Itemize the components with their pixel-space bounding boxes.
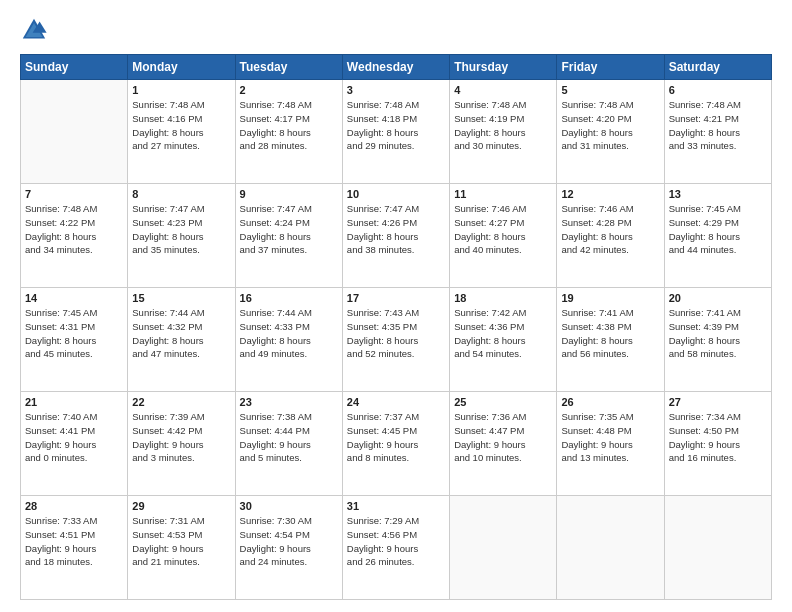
sunrise-text: Sunrise: 7:44 AM bbox=[240, 306, 338, 320]
calendar-cell: 14Sunrise: 7:45 AMSunset: 4:31 PMDayligh… bbox=[21, 288, 128, 392]
sunset-text: Sunset: 4:18 PM bbox=[347, 112, 445, 126]
daylight-text-line2: and 29 minutes. bbox=[347, 139, 445, 153]
daylight-text-line1: Daylight: 8 hours bbox=[25, 230, 123, 244]
sunset-text: Sunset: 4:54 PM bbox=[240, 528, 338, 542]
sunset-text: Sunset: 4:27 PM bbox=[454, 216, 552, 230]
calendar-day-header: Thursday bbox=[450, 55, 557, 80]
daylight-text-line1: Daylight: 8 hours bbox=[454, 230, 552, 244]
day-number: 25 bbox=[454, 396, 552, 408]
daylight-text-line1: Daylight: 9 hours bbox=[347, 542, 445, 556]
calendar-cell bbox=[557, 496, 664, 600]
sunrise-text: Sunrise: 7:47 AM bbox=[240, 202, 338, 216]
calendar-day-header: Friday bbox=[557, 55, 664, 80]
calendar-cell: 22Sunrise: 7:39 AMSunset: 4:42 PMDayligh… bbox=[128, 392, 235, 496]
daylight-text-line2: and 30 minutes. bbox=[454, 139, 552, 153]
daylight-text-line1: Daylight: 9 hours bbox=[25, 542, 123, 556]
calendar-cell: 25Sunrise: 7:36 AMSunset: 4:47 PMDayligh… bbox=[450, 392, 557, 496]
daylight-text-line2: and 40 minutes. bbox=[454, 243, 552, 257]
sunrise-text: Sunrise: 7:48 AM bbox=[240, 98, 338, 112]
sunrise-text: Sunrise: 7:46 AM bbox=[454, 202, 552, 216]
calendar-week-row: 7Sunrise: 7:48 AMSunset: 4:22 PMDaylight… bbox=[21, 184, 772, 288]
day-number: 22 bbox=[132, 396, 230, 408]
daylight-text-line1: Daylight: 8 hours bbox=[132, 334, 230, 348]
sunrise-text: Sunrise: 7:48 AM bbox=[132, 98, 230, 112]
daylight-text-line2: and 42 minutes. bbox=[561, 243, 659, 257]
sunrise-text: Sunrise: 7:45 AM bbox=[669, 202, 767, 216]
sunrise-text: Sunrise: 7:33 AM bbox=[25, 514, 123, 528]
calendar-cell: 16Sunrise: 7:44 AMSunset: 4:33 PMDayligh… bbox=[235, 288, 342, 392]
daylight-text-line2: and 38 minutes. bbox=[347, 243, 445, 257]
daylight-text-line1: Daylight: 8 hours bbox=[240, 334, 338, 348]
calendar-cell: 7Sunrise: 7:48 AMSunset: 4:22 PMDaylight… bbox=[21, 184, 128, 288]
day-number: 6 bbox=[669, 84, 767, 96]
day-number: 14 bbox=[25, 292, 123, 304]
calendar-cell: 9Sunrise: 7:47 AMSunset: 4:24 PMDaylight… bbox=[235, 184, 342, 288]
calendar-day-header: Tuesday bbox=[235, 55, 342, 80]
calendar-cell: 19Sunrise: 7:41 AMSunset: 4:38 PMDayligh… bbox=[557, 288, 664, 392]
day-number: 3 bbox=[347, 84, 445, 96]
sunrise-text: Sunrise: 7:30 AM bbox=[240, 514, 338, 528]
daylight-text-line2: and 16 minutes. bbox=[669, 451, 767, 465]
sunset-text: Sunset: 4:24 PM bbox=[240, 216, 338, 230]
calendar-cell: 23Sunrise: 7:38 AMSunset: 4:44 PMDayligh… bbox=[235, 392, 342, 496]
daylight-text-line1: Daylight: 9 hours bbox=[561, 438, 659, 452]
day-number: 5 bbox=[561, 84, 659, 96]
daylight-text-line1: Daylight: 8 hours bbox=[454, 334, 552, 348]
calendar-week-row: 14Sunrise: 7:45 AMSunset: 4:31 PMDayligh… bbox=[21, 288, 772, 392]
daylight-text-line1: Daylight: 9 hours bbox=[347, 438, 445, 452]
daylight-text-line2: and 8 minutes. bbox=[347, 451, 445, 465]
daylight-text-line2: and 0 minutes. bbox=[25, 451, 123, 465]
daylight-text-line1: Daylight: 8 hours bbox=[240, 126, 338, 140]
sunset-text: Sunset: 4:42 PM bbox=[132, 424, 230, 438]
calendar-cell bbox=[450, 496, 557, 600]
sunset-text: Sunset: 4:45 PM bbox=[347, 424, 445, 438]
calendar-cell: 18Sunrise: 7:42 AMSunset: 4:36 PMDayligh… bbox=[450, 288, 557, 392]
sunrise-text: Sunrise: 7:38 AM bbox=[240, 410, 338, 424]
day-number: 21 bbox=[25, 396, 123, 408]
daylight-text-line1: Daylight: 8 hours bbox=[561, 126, 659, 140]
daylight-text-line1: Daylight: 8 hours bbox=[669, 126, 767, 140]
daylight-text-line2: and 34 minutes. bbox=[25, 243, 123, 257]
sunset-text: Sunset: 4:17 PM bbox=[240, 112, 338, 126]
sunrise-text: Sunrise: 7:48 AM bbox=[669, 98, 767, 112]
daylight-text-line1: Daylight: 9 hours bbox=[132, 438, 230, 452]
calendar-cell: 27Sunrise: 7:34 AMSunset: 4:50 PMDayligh… bbox=[664, 392, 771, 496]
sunset-text: Sunset: 4:51 PM bbox=[25, 528, 123, 542]
sunrise-text: Sunrise: 7:34 AM bbox=[669, 410, 767, 424]
sunset-text: Sunset: 4:22 PM bbox=[25, 216, 123, 230]
calendar-day-header: Sunday bbox=[21, 55, 128, 80]
sunrise-text: Sunrise: 7:48 AM bbox=[561, 98, 659, 112]
sunset-text: Sunset: 4:21 PM bbox=[669, 112, 767, 126]
day-number: 28 bbox=[25, 500, 123, 512]
calendar-cell: 10Sunrise: 7:47 AMSunset: 4:26 PMDayligh… bbox=[342, 184, 449, 288]
day-number: 24 bbox=[347, 396, 445, 408]
page: SundayMondayTuesdayWednesdayThursdayFrid… bbox=[0, 0, 792, 612]
daylight-text-line1: Daylight: 8 hours bbox=[669, 334, 767, 348]
day-number: 20 bbox=[669, 292, 767, 304]
daylight-text-line1: Daylight: 8 hours bbox=[132, 230, 230, 244]
calendar-cell: 29Sunrise: 7:31 AMSunset: 4:53 PMDayligh… bbox=[128, 496, 235, 600]
day-number: 7 bbox=[25, 188, 123, 200]
logo bbox=[20, 16, 52, 44]
sunset-text: Sunset: 4:16 PM bbox=[132, 112, 230, 126]
daylight-text-line1: Daylight: 9 hours bbox=[132, 542, 230, 556]
sunrise-text: Sunrise: 7:47 AM bbox=[132, 202, 230, 216]
daylight-text-line2: and 49 minutes. bbox=[240, 347, 338, 361]
daylight-text-line2: and 33 minutes. bbox=[669, 139, 767, 153]
daylight-text-line2: and 21 minutes. bbox=[132, 555, 230, 569]
day-number: 8 bbox=[132, 188, 230, 200]
day-number: 11 bbox=[454, 188, 552, 200]
daylight-text-line2: and 52 minutes. bbox=[347, 347, 445, 361]
daylight-text-line2: and 31 minutes. bbox=[561, 139, 659, 153]
daylight-text-line2: and 18 minutes. bbox=[25, 555, 123, 569]
sunrise-text: Sunrise: 7:44 AM bbox=[132, 306, 230, 320]
sunrise-text: Sunrise: 7:41 AM bbox=[669, 306, 767, 320]
calendar-cell: 26Sunrise: 7:35 AMSunset: 4:48 PMDayligh… bbox=[557, 392, 664, 496]
daylight-text-line2: and 26 minutes. bbox=[347, 555, 445, 569]
sunrise-text: Sunrise: 7:48 AM bbox=[454, 98, 552, 112]
sunset-text: Sunset: 4:39 PM bbox=[669, 320, 767, 334]
calendar-cell: 4Sunrise: 7:48 AMSunset: 4:19 PMDaylight… bbox=[450, 80, 557, 184]
sunset-text: Sunset: 4:35 PM bbox=[347, 320, 445, 334]
header bbox=[20, 16, 772, 44]
calendar-week-row: 28Sunrise: 7:33 AMSunset: 4:51 PMDayligh… bbox=[21, 496, 772, 600]
